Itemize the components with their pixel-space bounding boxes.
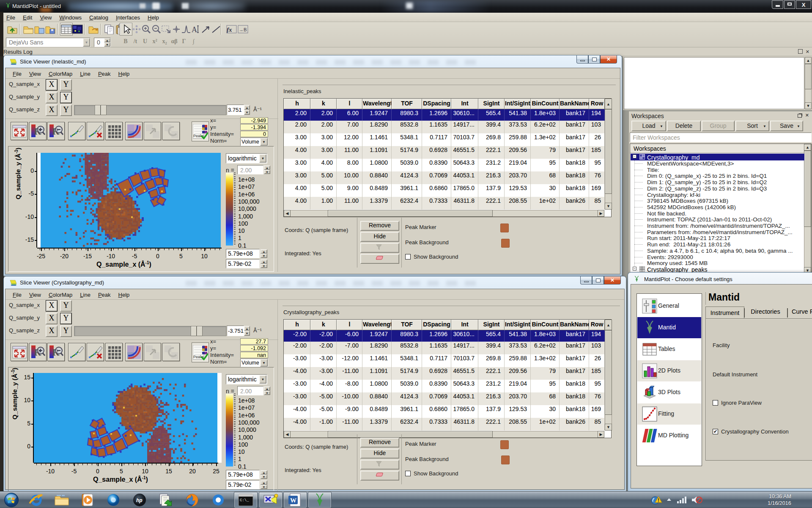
svg-text:C:\_: C:\_ [240,498,249,502]
svg-text:hp: hp [136,497,143,503]
svg-text:→B: →B [239,27,247,32]
svg-text:A: A [192,25,197,34]
svg-text:fx: fx [227,26,232,33]
svg-text:W: W [290,497,296,504]
